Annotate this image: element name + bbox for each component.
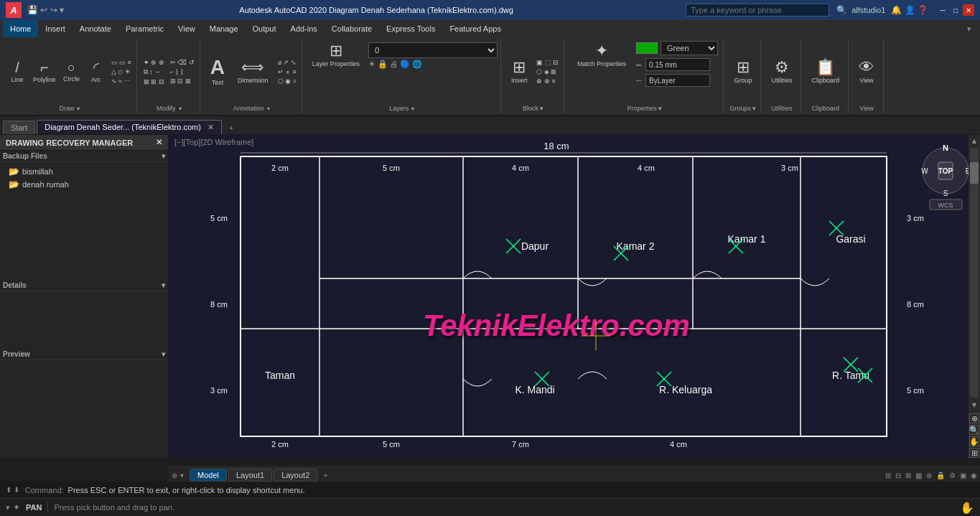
status-icon-7[interactable]: ⚙ [949,472,956,479]
layer-icon-3[interactable]: 🖨 [390,60,398,69]
details-section[interactable]: Details ▾ [0,280,168,291]
maximize-button[interactable]: □ [950,4,961,16]
move-button[interactable]: ✦ ⊕ ⊗ [141,58,167,67]
snap-arrow[interactable]: ▾ [180,472,184,479]
panel-close[interactable]: ✕ [156,138,162,147]
notification-icon[interactable]: 🔔 👤 ❓ [891,5,928,15]
close-button[interactable]: ✕ [963,4,974,16]
match-properties-button[interactable]: ✦ Match Properties [571,40,632,70]
ann-small-2[interactable]: ↵ ⌅ ≡ [276,67,299,76]
layer-icon-1[interactable]: ☀ [368,60,375,69]
array-button[interactable]: ⊞ ⊟ ⊠ [168,77,197,85]
file-item-bismillah[interactable]: 📂 bismillah [3,165,165,178]
tab-diagram[interactable]: Diagram Denah Seder... (TeknikElektro.co… [37,120,222,134]
menu-addins[interactable]: Add-ins [284,20,325,37]
menu-view[interactable]: View [171,20,202,37]
scroll-down[interactable]: ▼ [969,399,980,411]
preview-section[interactable]: Preview ▾ [0,349,168,360]
menu-output[interactable]: Output [246,20,284,37]
status-icon-4[interactable]: ▦ [915,472,922,479]
arc-button[interactable]: ◜ Arc [85,59,108,85]
layout2-tab[interactable]: Layout2 [274,469,317,482]
menu-collaborate[interactable]: Collaborate [325,20,379,37]
block-small-3[interactable]: ⊕ ⊗ ≡ [534,77,561,85]
status-icon-9[interactable]: ◉ [971,472,977,479]
draw-small-2[interactable]: △ ◇ ✳ [109,67,134,76]
menu-parametric[interactable]: Parametric [118,20,171,37]
menu-manage[interactable]: Manage [202,20,246,37]
polyline-button[interactable]: ⌐ Polyline [30,59,59,85]
dimension-button[interactable]: ⟺ Dimension [232,57,274,87]
annotation-expand[interactable]: ▾ [267,105,270,112]
layer-properties-button[interactable]: ⊞ Layer Properties [307,40,365,70]
svg-text:4 cm: 4 cm [512,164,529,172]
utilities-button[interactable]: ⚙ Utilities [765,57,798,87]
menu-extra[interactable]: ▾ [961,24,977,34]
layers-expand[interactable]: ▾ [411,105,414,112]
block-small-2[interactable]: ⬡ ◈ ⊠ [534,67,561,76]
status-icon-2[interactable]: ⊟ [895,472,901,479]
scroll-up[interactable]: ▲ [969,135,980,146]
menu-annotate[interactable]: Annotate [73,20,118,37]
menu-featured[interactable]: Featured Apps [442,20,508,37]
circle-button[interactable]: ○ Circle [60,60,83,84]
scroll-thumb[interactable] [970,162,979,184]
layer-icon-5[interactable]: 🌐 [412,60,422,69]
insert-button[interactable]: ⊞ Insert [505,57,533,87]
layer-icon-4[interactable]: 🔵 [400,60,410,69]
trim-button[interactable]: ✂ ⌫ ↺ [168,58,197,67]
tab-start[interactable]: Start [3,121,35,134]
view-button[interactable]: 👁 View [853,57,880,87]
backup-files-section[interactable]: Backup Files ▾ [0,151,168,162]
tab-add[interactable]: + [223,121,239,134]
clipboard-button[interactable]: 📋 Clipboard [806,57,845,87]
right-scrollbar[interactable]: ▲ ▼ ⊕ 🔍 ✋ ⊞ [969,135,980,458]
pan-orbit[interactable]: ⊕ [969,413,979,423]
fillet-button[interactable]: ⌐ ⌊ ⌋ [168,67,197,76]
scroll-track[interactable] [970,148,979,398]
ann-small-1[interactable]: ⌀ ↗ ⤡ [276,58,299,67]
search-icon[interactable]: 🔍 [836,5,847,15]
match-properties-label: Match Properties [577,60,626,67]
status-icon-1[interactable]: ⊞ [885,472,891,479]
color-dropdown[interactable]: Green [661,41,718,55]
text-button[interactable]: A Text [205,55,230,89]
snap-icon[interactable]: ⊕ [172,472,177,479]
scale-button[interactable]: ⊠ ⊞ ⊟ [141,78,167,86]
status-icon-3[interactable]: ⊠ [905,472,911,479]
status-icon-6[interactable]: 🔒 [936,472,945,479]
model-tab[interactable]: Model [190,469,227,482]
search-input[interactable] [686,4,829,17]
lineweight-input[interactable] [645,58,710,71]
linetype-input[interactable] [645,74,710,87]
pan-fit[interactable]: ⊞ [969,448,979,458]
tab-add-button[interactable]: + [319,469,332,481]
layout1-tab[interactable]: Layout1 [228,469,272,482]
modify-expand[interactable]: ▾ [179,105,182,112]
quick-access[interactable]: 💾 ↩ ↪ ▾ [27,5,64,15]
status-icon-5[interactable]: ⊕ [926,472,932,479]
layer-icon-2[interactable]: 🔒 [378,60,388,69]
layer-dropdown[interactable]: 0 [368,42,498,58]
pan-move[interactable]: ✋ [969,436,979,446]
menu-home[interactable]: Home [3,20,38,37]
ann-small-3[interactable]: ⬡ ◉ ⌗ [276,77,299,86]
menu-express[interactable]: Express Tools [379,20,442,37]
line-button[interactable]: / Line [6,59,29,85]
draw-expand[interactable]: ▾ [77,105,80,112]
status-icon-8[interactable]: ▣ [960,472,966,479]
group-button[interactable]: ⊞ Group [728,57,757,87]
menu-insert[interactable]: Insert [38,20,73,37]
pan-zoom[interactable]: 🔍 [969,425,979,435]
groups-group-label: Groups ▾ [729,105,756,112]
title-text: Autodesk AutoCAD 2020 Diagram Denah Sede… [67,6,686,14]
tab-close-icon[interactable]: ✕ [207,123,214,131]
window-controls[interactable]: ─ □ ✕ [937,4,974,16]
draw-small-1[interactable]: ▭ ▭ ≡ [109,58,134,67]
drawing-area[interactable]: [−][Top][2D Wireframe] 18 cm 2 cm 5 cm 4… [169,135,980,458]
draw-small-3[interactable]: ∿ ≈ ⋯ [109,77,134,85]
copy-button[interactable]: ⧉ ↕ ↔ [141,67,167,77]
file-item-denah[interactable]: 📂 denah rumah [3,178,165,191]
minimize-button[interactable]: ─ [937,4,948,16]
block-small-1[interactable]: ▣ ⬚ ⊟ [534,58,561,67]
